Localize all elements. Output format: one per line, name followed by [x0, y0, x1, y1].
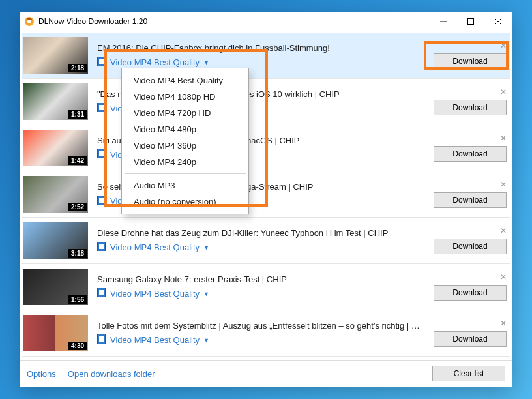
download-button[interactable]: Download	[434, 285, 507, 301]
quality-selector[interactable]: Video MP4 Best Quality▼	[97, 57, 422, 68]
app-icon	[24, 16, 35, 27]
video-row[interactable]: 3:18Diese Drohne hat das Zeug zum DJI-Ki…	[22, 218, 510, 264]
video-list: 2:18EM 2016: Die CHIP-Fanbox bringt dich…	[20, 31, 512, 360]
dropdown-item[interactable]: Video MP4 1080p HD	[122, 89, 248, 105]
open-downloads-link[interactable]: Open downloads folder	[68, 369, 155, 379]
maximize-button[interactable]	[457, 12, 484, 31]
svg-rect-23	[99, 244, 104, 249]
bottom-bar: Options Open downloads folder Clear list	[20, 360, 512, 387]
video-thumbnail[interactable]: 1:56	[23, 269, 88, 305]
dropdown-item[interactable]: Video MP4 720p HD	[122, 105, 248, 121]
video-title: Diese Drohne hat das Zeug zum DJI-Killer…	[97, 228, 422, 238]
dropdown-item[interactable]: Video MP4 480p	[122, 121, 248, 138]
video-thumbnail[interactable]: 1:31	[23, 83, 88, 120]
close-button[interactable]	[484, 12, 512, 31]
titlebar[interactable]: DLNow Video Downloader 1.20	[20, 12, 512, 31]
video-meta: Samsung Galaxy Note 7: erster Praxis-Tes…	[88, 274, 422, 299]
svg-rect-29	[105, 288, 106, 297]
chevron-down-icon: ▼	[203, 291, 209, 297]
video-row[interactable]: 2:18EM 2016: Die CHIP-Fanbox bringt dich…	[22, 33, 510, 79]
quality-label: Video MP4 Best Quality	[110, 289, 200, 299]
video-row[interactable]: 1:56Samsung Galaxy Note 7: erster Praxis…	[22, 264, 510, 310]
remove-item-button[interactable]: ✕	[500, 88, 507, 97]
remove-item-button[interactable]: ✕	[500, 181, 507, 190]
film-icon	[97, 196, 110, 207]
film-icon	[97, 149, 110, 160]
clear-list-button[interactable]: Clear list	[432, 366, 505, 381]
video-thumbnail[interactable]: 2:52	[23, 176, 88, 213]
quality-dropdown[interactable]: Video MP4 Best QualityVideo MP4 1080p HD…	[121, 68, 249, 214]
quality-selector[interactable]: Video MP4 Best Quality▼	[97, 334, 422, 346]
clear-list-label: Clear list	[454, 369, 484, 378]
download-button[interactable]: Download	[434, 192, 507, 208]
film-icon	[97, 288, 110, 299]
window-controls	[430, 12, 512, 31]
download-button[interactable]: Download	[434, 146, 507, 162]
film-icon	[97, 57, 110, 68]
download-button[interactable]: Download	[434, 331, 507, 347]
download-label: Download	[452, 103, 487, 112]
svg-rect-12	[97, 103, 98, 112]
download-button[interactable]: Download	[434, 239, 507, 254]
dropdown-item[interactable]: Video MP4 240p	[122, 154, 248, 170]
minimize-icon	[440, 18, 447, 25]
download-label: Download	[452, 149, 487, 158]
video-title: Samsung Galaxy Note 7: erster Praxis-Tes…	[97, 274, 422, 284]
minimize-button[interactable]	[430, 12, 457, 31]
row-actions: ✕Download	[422, 88, 507, 115]
options-link[interactable]: Options	[27, 369, 56, 379]
video-thumbnail[interactable]: 4:30	[23, 315, 88, 351]
svg-rect-32	[97, 334, 98, 344]
video-row[interactable]: 4:30Tolle Fotos mit dem Systemblitz | Au…	[22, 310, 510, 357]
row-actions: ✕Download	[422, 273, 507, 301]
video-row[interactable]: 2:52So sehen Sie den kostenlosen Bundesl…	[22, 171, 510, 218]
svg-rect-27	[99, 290, 104, 295]
svg-rect-16	[97, 149, 98, 158]
video-row[interactable]: 1:42Siri auf dem Mac: So cool ist das ne…	[22, 125, 510, 171]
row-actions: ✕Download	[422, 134, 507, 162]
dropdown-item[interactable]: Video MP4 360p	[122, 138, 248, 154]
svg-rect-9	[105, 57, 106, 66]
svg-rect-24	[97, 242, 98, 251]
remove-item-button[interactable]: ✕	[500, 273, 507, 282]
remove-item-button[interactable]: ✕	[500, 319, 507, 329]
video-thumbnail[interactable]: 2:18	[23, 37, 88, 74]
window-title: DLNow Video Downloader 1.20	[38, 17, 430, 26]
remove-item-button[interactable]: ✕	[500, 134, 507, 143]
svg-rect-3	[468, 19, 474, 25]
row-actions: ✕Download	[422, 319, 507, 347]
chevron-down-icon: ▼	[203, 337, 209, 344]
video-duration: 1:42	[68, 156, 87, 165]
video-thumbnail[interactable]: 1:42	[23, 130, 88, 166]
video-duration: 2:18	[68, 64, 87, 72]
video-title: EM 2016: Die CHIP-Fanbox bringt dich in …	[97, 43, 422, 53]
maximize-icon	[467, 18, 474, 25]
dropdown-separator	[125, 173, 246, 174]
download-button[interactable]: Download	[434, 100, 507, 115]
dropdown-item[interactable]: Audio (no conversion)	[122, 194, 248, 210]
remove-item-button[interactable]: ✕	[500, 227, 507, 236]
quality-selector[interactable]: Video MP4 Best Quality▼	[97, 288, 422, 299]
chevron-down-icon: ▼	[203, 59, 209, 66]
download-button[interactable]: Download	[434, 53, 507, 69]
download-label: Download	[452, 242, 487, 251]
video-row[interactable]: 1:31"Das meiste ist geklaut": So gut ist…	[22, 79, 510, 125]
quality-selector[interactable]: Video MP4 Best Quality▼	[97, 242, 422, 253]
close-icon	[495, 18, 501, 25]
svg-rect-20	[97, 196, 98, 205]
video-meta: EM 2016: Die CHIP-Fanbox bringt dich in …	[88, 43, 422, 68]
svg-rect-15	[99, 151, 104, 156]
video-meta: Tolle Fotos mit dem Systemblitz | Auszug…	[88, 321, 422, 346]
film-icon	[97, 242, 110, 253]
video-duration: 2:52	[68, 203, 87, 211]
quality-label: Video MP4 Best Quality	[110, 57, 200, 67]
svg-rect-19	[99, 198, 104, 203]
svg-rect-21	[105, 196, 106, 205]
video-thumbnail[interactable]: 3:18	[23, 222, 88, 259]
dropdown-item[interactable]: Audio MP3	[122, 177, 248, 194]
video-duration: 1:56	[68, 295, 87, 304]
remove-item-button[interactable]: ✕	[500, 42, 507, 51]
film-icon	[97, 334, 110, 346]
row-actions: ✕Download	[422, 227, 507, 254]
dropdown-item[interactable]: Video MP4 Best Quality	[122, 72, 248, 89]
